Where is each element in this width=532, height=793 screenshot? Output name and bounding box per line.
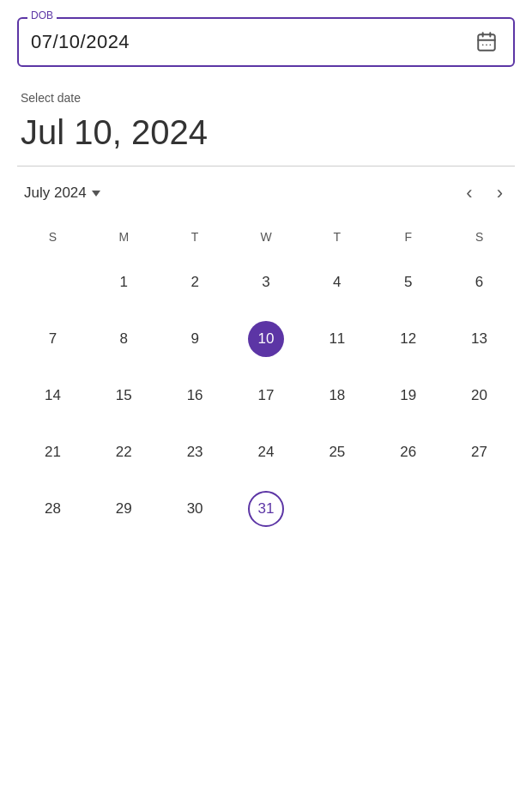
calendar-week: 28293031 — [17, 481, 515, 537]
calendar-day-16[interactable]: 16 — [160, 367, 231, 424]
calendar-day-11[interactable]: 11 — [301, 311, 372, 367]
divider — [17, 166, 515, 166]
day-header-thu: T — [301, 223, 372, 251]
day-header-sun: S — [17, 223, 88, 251]
calendar-day-30[interactable]: 30 — [160, 481, 231, 537]
next-month-button[interactable]: › — [492, 179, 508, 208]
calendar-day-25[interactable]: 25 — [301, 424, 372, 481]
calendar-day-3[interactable]: 3 — [231, 254, 302, 311]
calendar-day-1[interactable]: 1 — [88, 254, 160, 311]
calendar-icon — [475, 31, 498, 53]
calendar-day-24[interactable]: 24 — [231, 424, 302, 481]
calendar-day-9[interactable]: 9 — [160, 311, 231, 367]
calendar-day-14[interactable]: 14 — [17, 367, 88, 424]
calendar-day-26[interactable]: 26 — [372, 424, 444, 481]
calendar-icon-button[interactable] — [472, 27, 501, 57]
date-picker-panel: Select date Jul 10, 2024 July 2024 ‹ › S… — [17, 91, 515, 537]
select-date-label: Select date — [17, 91, 515, 105]
prev-arrow-icon: ‹ — [466, 182, 472, 204]
calendar-day-6[interactable]: 6 — [444, 254, 515, 311]
calendar-day-31[interactable]: 31 — [231, 481, 302, 537]
calendar-day-15[interactable]: 15 — [88, 367, 160, 424]
svg-point-4 — [482, 44, 484, 45]
selected-date-display: Jul 10, 2024 — [17, 113, 515, 152]
day-header-tue: T — [160, 223, 231, 251]
calendar-day-28[interactable]: 28 — [17, 481, 88, 537]
calendar-day-22[interactable]: 22 — [88, 424, 160, 481]
calendar-day-2[interactable]: 2 — [160, 254, 231, 311]
svg-point-5 — [486, 44, 487, 45]
prev-month-button[interactable]: ‹ — [461, 179, 477, 208]
calendar-nav-row: July 2024 ‹ › — [17, 179, 515, 208]
next-arrow-icon: › — [497, 182, 503, 204]
calendar-day-23[interactable]: 23 — [160, 424, 231, 481]
calendar-day-27[interactable]: 27 — [444, 424, 515, 481]
month-year-button[interactable]: July 2024 — [24, 185, 100, 202]
calendar-grid: S M T W T F S 12345678910111213141516171… — [17, 223, 515, 537]
calendar-day-empty — [301, 481, 372, 537]
calendar-day-29[interactable]: 29 — [88, 481, 160, 537]
calendar-day-empty — [372, 481, 444, 537]
calendar-week: 14151617181920 — [17, 367, 515, 424]
day-header-wed: W — [231, 223, 302, 251]
calendar-week: 123456 — [17, 254, 515, 311]
calendar-day-17[interactable]: 17 — [231, 367, 302, 424]
calendar-day-7[interactable]: 7 — [17, 311, 88, 367]
calendar-week: 78910111213 — [17, 311, 515, 367]
dob-label: DOB — [27, 9, 57, 21]
month-year-label: July 2024 — [24, 185, 87, 202]
calendar-weeks: 1234567891011121314151617181920212223242… — [17, 254, 515, 537]
calendar-day-13[interactable]: 13 — [444, 311, 515, 367]
calendar-day-5[interactable]: 5 — [372, 254, 444, 311]
dob-field[interactable]: DOB 07/10/2024 — [17, 17, 515, 67]
calendar-day-20[interactable]: 20 — [444, 367, 515, 424]
dob-value: 07/10/2024 — [31, 31, 130, 53]
calendar-day-21[interactable]: 21 — [17, 424, 88, 481]
day-header-fri: F — [372, 223, 444, 251]
calendar-day-19[interactable]: 19 — [372, 367, 444, 424]
calendar-day-empty — [17, 254, 88, 311]
chevron-down-icon — [92, 191, 100, 197]
calendar-day-10[interactable]: 10 — [231, 311, 302, 367]
calendar-day-8[interactable]: 8 — [88, 311, 160, 367]
calendar-day-12[interactable]: 12 — [372, 311, 444, 367]
day-header-sat: S — [444, 223, 515, 251]
day-headers: S M T W T F S — [17, 223, 515, 251]
svg-rect-0 — [478, 34, 495, 50]
day-header-mon: M — [88, 223, 160, 251]
calendar-day-18[interactable]: 18 — [301, 367, 372, 424]
calendar-day-4[interactable]: 4 — [301, 254, 372, 311]
calendar-week: 21222324252627 — [17, 424, 515, 481]
svg-point-6 — [489, 44, 491, 45]
nav-arrows: ‹ › — [461, 179, 508, 208]
calendar-day-empty — [444, 481, 515, 537]
